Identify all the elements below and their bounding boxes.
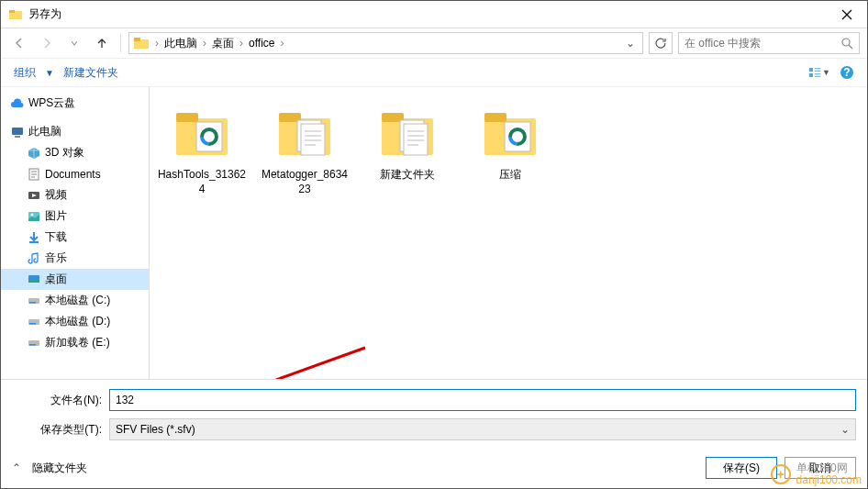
up-button[interactable] [91,32,113,54]
svg-rect-20 [29,323,36,325]
sidebar-item-pictures[interactable]: 图片 [1,206,149,227]
filename-input[interactable] [109,389,856,411]
folder-icon [171,102,233,164]
desktop-icon [27,272,41,287]
picture-icon [27,209,41,224]
sidebar-item-label: WPS云盘 [28,95,75,111]
toolbar: 组织 ▼ 新建文件夹 ▼ ? [1,58,867,87]
music-icon [27,251,41,266]
sidebar-item-music[interactable]: 音乐 [1,248,149,269]
file-label: 压缩 [499,168,521,183]
address-dropdown[interactable]: ⌄ [622,37,639,50]
annotation-arrow [168,344,379,380]
new-folder-button[interactable]: 新建文件夹 [60,63,122,83]
breadcrumb-office[interactable]: office [245,37,278,50]
breadcrumb-this-pc[interactable]: 此电脑 [161,36,201,51]
sidebar-item-label: 音乐 [45,250,67,266]
organize-menu[interactable]: 组织 [10,63,39,83]
download-icon [27,230,41,245]
svg-rect-18 [29,302,36,304]
form-area: 文件名(N): 保存类型(T): SFV Files (*.sfv) ⌄ [1,380,867,451]
back-button[interactable] [8,32,30,54]
chevron-down-icon[interactable]: ▼ [45,68,54,78]
help-button[interactable]: ? [836,61,858,83]
breadcrumb-desktop[interactable]: 桌面 [208,36,238,51]
sidebar-item-disk-c[interactable]: 本地磁盘 (C:) [1,290,149,311]
sidebar-item-label: 下载 [45,229,67,245]
recent-dropdown[interactable] [63,32,85,54]
cloud-icon [10,96,25,111]
view-icon [808,66,822,79]
address-bar[interactable]: › 此电脑 › 桌面 › office › ⌄ [128,32,643,54]
svg-rect-6 [809,73,813,77]
svg-rect-24 [176,113,198,122]
separator [120,34,121,52]
search-box[interactable] [678,32,860,54]
svg-text:?: ? [843,66,850,79]
search-input[interactable] [684,37,840,50]
folder-icon [273,102,336,164]
close-icon [841,9,852,20]
chevron-right-icon: › [201,37,208,50]
arrow-up-icon [95,37,108,50]
file-item[interactable]: 压缩 [465,98,555,200]
navbar: › 此电脑 › 桌面 › office › ⌄ [1,28,867,58]
file-label: Metatogger_863423 [260,168,350,196]
search-icon [840,37,853,50]
cancel-button-label: 取消 [809,461,831,476]
filetype-select[interactable]: SFV Files (*.sfv) ⌄ [109,418,856,440]
sidebar-item-videos[interactable]: 视频 [1,184,149,206]
svg-rect-35 [484,113,506,122]
content-area: WPS云盘 此电脑 3D 对象 Documents 视频 图片 [1,87,867,380]
sidebar-item-documents[interactable]: Documents [1,163,149,184]
footer: ⌃ 隐藏文件夹 保存(S) 取消 [1,451,867,488]
help-icon: ? [840,65,854,80]
svg-point-4 [842,39,850,46]
sidebar-item-this-pc[interactable]: 此电脑 [1,121,149,142]
chevron-down-icon [70,39,79,48]
svg-rect-33 [404,124,428,155]
svg-rect-5 [809,68,813,72]
pc-icon [10,125,25,139]
refresh-button[interactable] [649,32,673,54]
save-button[interactable]: 保存(S) [706,457,777,479]
document-icon [27,167,41,182]
view-options-button[interactable]: ▼ [808,61,830,83]
folder-icon [479,102,541,164]
sidebar-item-wps[interactable]: WPS云盘 [1,93,149,114]
save-button-label: 保存(S) [723,461,760,476]
file-label: HashTools_313624 [157,168,247,196]
svg-point-14 [31,213,34,216]
svg-rect-10 [15,136,20,138]
hide-folders-link[interactable]: 隐藏文件夹 [32,461,87,476]
save-as-dialog: 另存为 › 此电脑 › 桌面 › office › ⌄ 组织 [0,0,868,489]
filename-label: 文件名(N): [12,393,109,408]
folder-icon [8,7,23,22]
sidebar-item-3d[interactable]: 3D 对象 [1,142,149,163]
sidebar-item-disk-e[interactable]: 新加载卷 (E:) [1,332,149,353]
file-item[interactable]: 新建文件夹 [362,98,452,200]
chevron-down-icon: ⌄ [840,423,850,436]
sidebar-item-label: 3D 对象 [45,145,84,161]
file-item[interactable]: Metatogger_863423 [260,98,350,200]
sidebar-item-downloads[interactable]: 下载 [1,227,149,248]
svg-rect-9 [12,128,23,135]
file-view[interactable]: HashTools_313624 Metatogger_863423 新建文件夹 [150,87,867,379]
sidebar-item-label: 本地磁盘 (D:) [45,314,110,329]
filetype-value: SFV Files (*.sfv) [116,423,195,436]
svg-rect-1 [9,10,15,13]
cancel-button[interactable]: 取消 [785,457,856,479]
file-item[interactable]: HashTools_313624 [157,98,247,200]
cube-icon [27,146,41,161]
folder-icon [133,35,150,51]
forward-button[interactable] [36,32,58,54]
sidebar-item-desktop[interactable]: 桌面 [1,269,149,290]
folder-icon [376,102,439,164]
close-button[interactable] [826,1,867,28]
expand-caret-icon[interactable]: ⌃ [12,461,21,474]
disk-icon [27,315,41,329]
sidebar-item-disk-d[interactable]: 本地磁盘 (D:) [1,311,149,332]
window-title: 另存为 [28,6,826,22]
arrow-right-icon [40,37,53,50]
filetype-label: 保存类型(T): [12,422,109,438]
